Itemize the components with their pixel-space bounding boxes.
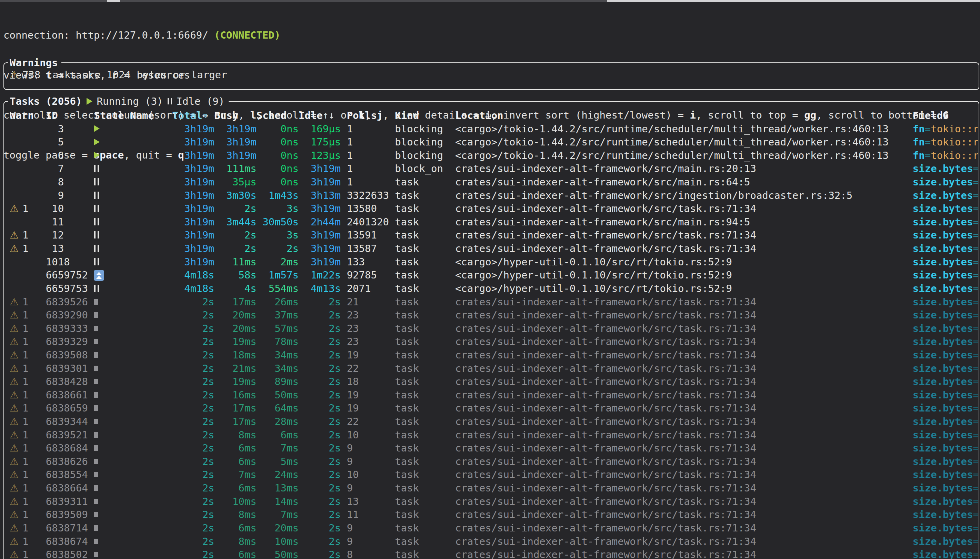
cell-task-id: 6839526 (46, 295, 94, 309)
task-row[interactable]: ⚠168386842s6ms7ms2s9taskcrates/sui-index… (10, 442, 978, 455)
warning-triangle-icon: ⚠ (10, 521, 22, 535)
cell-location: <cargo>/tokio-1.44.2/src/runtime/schedul… (455, 136, 913, 149)
total-value: 3h19m (184, 203, 214, 214)
cell-idle-duration: 2s (299, 455, 341, 468)
col-header-location[interactable]: Location (455, 109, 913, 122)
cell-polls: 22 (347, 415, 395, 428)
field-equals: = (973, 362, 978, 374)
task-row[interactable]: ⚠168395092s8ms7ms2s11taskcrates/sui-inde… (10, 508, 978, 521)
task-row[interactable]: ⚠1 133h19m2s2s3h19m13587taskcrates/sui-i… (10, 242, 978, 255)
cell-kind: task (395, 402, 455, 415)
col-header-id[interactable]: ID (46, 109, 94, 122)
info-text: connection: http://127.0.0.1:6669/ (3, 29, 214, 41)
task-row[interactable]: 63h19m3h19m0ns123µs1blocking<cargo>/toki… (10, 149, 978, 162)
col-header-kind[interactable]: Kind (395, 109, 455, 122)
busy-value: 11ms (232, 256, 257, 268)
task-row[interactable]: ⚠1 103h19m2s3s3h19m13580taskcrates/sui-i… (10, 202, 978, 215)
cell-sched-duration: 57ms (257, 322, 299, 335)
idle-value: 2s (329, 469, 341, 480)
idle-pause-icon (94, 165, 99, 172)
cell-state (94, 428, 130, 442)
cell-idle-duration: 169µs (299, 122, 341, 136)
field-key: size.bytes (913, 296, 973, 308)
cell-state (94, 521, 130, 535)
cell-warn: ⚠1 (10, 402, 46, 415)
completed-icon (94, 459, 98, 464)
task-row[interactable]: ⚠1 123h19m2s3s3h19m13591taskcrates/sui-i… (10, 228, 978, 242)
cell-total-duration: 3h19m (172, 242, 214, 255)
cell-total-duration: 2s (172, 548, 214, 559)
task-row[interactable]: ⚠168385542s7ms24ms2s10taskcrates/sui-ind… (10, 468, 978, 481)
col-header-busy[interactable]: Busy (215, 109, 257, 122)
task-row[interactable]: ⚠168393442s17ms28ms2s22taskcrates/sui-in… (10, 415, 978, 428)
total-value: 2s (202, 349, 215, 361)
task-row[interactable]: ⚠168392902s20ms37ms2s23taskcrates/sui-in… (10, 308, 978, 322)
task-row[interactable]: 33h19m3h19m0ns169µs1blocking<cargo>/toki… (10, 122, 978, 136)
col-header-idle[interactable]: Idle (299, 109, 341, 122)
cell-warn: ⚠1 (10, 308, 46, 322)
task-row[interactable]: 53h19m3h19m0ns175µs1blocking<cargo>/toki… (10, 136, 978, 149)
task-row[interactable]: ⚠168386262s6ms5ms2s9taskcrates/sui-index… (10, 455, 978, 468)
task-row[interactable]: ⚠168386742s8ms10ms2s9taskcrates/sui-inde… (10, 535, 978, 548)
task-row[interactable]: 66597534m18s4s554ms4m13s2071task<cargo>/… (10, 282, 978, 295)
task-row[interactable]: 10183h19m11ms2ms3h19m133task<cargo>/hype… (10, 255, 978, 269)
col-header-polls[interactable]: Polls (347, 109, 395, 122)
task-row[interactable]: ⚠168385022s6ms50ms2s8taskcrates/sui-inde… (10, 548, 978, 559)
cell-task-id: 13 (46, 242, 94, 255)
col-header-fields[interactable]: Fields (913, 109, 978, 122)
sched-value: 13ms (275, 482, 299, 494)
task-row[interactable]: 66597524m18s58s1m57s1m22s92785task<cargo… (10, 268, 978, 282)
cell-kind: blocking (395, 122, 455, 136)
task-row[interactable]: ⚠168393112s10ms14ms2s13taskcrates/sui-in… (10, 495, 978, 508)
task-row[interactable]: 113h19m3m44s30m50s2h44m2401320taskcrates… (10, 215, 978, 229)
total-value: 2s (202, 549, 215, 559)
idle-value: 2s (329, 442, 341, 454)
cell-fields: size.bytes= (913, 442, 978, 455)
col-header-name[interactable]: Name (130, 109, 172, 122)
sched-value: 24ms (275, 469, 299, 480)
sched-value: 0ns (281, 176, 299, 188)
task-row[interactable]: ⚠168386612s16ms50ms2s19taskcrates/sui-in… (10, 389, 978, 402)
cell-location: <cargo>/hyper-util-0.1.10/src/rt/tokio.r… (455, 282, 913, 295)
cell-sched-duration: 7ms (257, 508, 299, 521)
task-row[interactable]: ⚠168386642s6ms13ms2s9taskcrates/sui-inde… (10, 481, 978, 495)
cell-state (94, 308, 130, 322)
cell-task-id: 6838714 (46, 521, 94, 535)
task-row[interactable]: ⚠168384282s19ms89ms2s18taskcrates/sui-in… (10, 375, 978, 389)
cell-kind: task (395, 481, 455, 495)
cell-sched-duration: 554ms (257, 282, 299, 295)
warning-triangle-icon: ⚠ (10, 442, 22, 455)
task-row[interactable]: 83h19m35µs0ns3h19m1taskcrates/sui-indexe… (10, 175, 978, 189)
cell-task-id: 6839301 (46, 362, 94, 375)
warning-item: ⚠738 tasks are 1024 bytes or larger (10, 68, 227, 82)
task-row[interactable]: ⚠168387142s6ms20ms2s9taskcrates/sui-inde… (10, 521, 978, 535)
cell-state (94, 295, 130, 309)
col-header-state[interactable]: State (94, 109, 130, 122)
cell-kind: blocking (395, 136, 455, 149)
task-row[interactable]: ⚠168386592s17ms64ms2s19taskcrates/sui-in… (10, 402, 978, 415)
task-row[interactable]: ⚠168395082s18ms34ms2s19taskcrates/sui-in… (10, 349, 978, 362)
completed-icon (94, 299, 98, 305)
task-row[interactable]: ⚠168393332s20ms57ms2s23taskcrates/sui-in… (10, 322, 978, 335)
cell-polls: 9 (347, 455, 395, 468)
field-equals: = (973, 482, 978, 494)
col-header-total[interactable]: Total▿ (172, 109, 214, 122)
total-value: 3h19m (184, 176, 214, 188)
busy-value: 3h19m (226, 136, 256, 148)
task-row[interactable]: ⚠168395262s17ms26ms2s21taskcrates/sui-in… (10, 295, 978, 309)
task-row[interactable]: ⚠168393292s19ms78ms2s23taskcrates/sui-in… (10, 335, 978, 349)
field-equals: = (973, 243, 978, 254)
col-header-warn[interactable]: Warn (10, 109, 46, 122)
task-row[interactable]: ⚠168395212s8ms6ms2s10taskcrates/sui-inde… (10, 428, 978, 442)
cell-polls: 13591 (347, 228, 395, 242)
cell-fields: size.bytes= (913, 428, 978, 442)
warning-triangle-icon: ⚠ (10, 362, 22, 375)
task-row[interactable]: 73h19m111ms0ns3h19m1block_oncrates/sui-i… (10, 162, 978, 175)
col-header-sched[interactable]: Sched (257, 109, 299, 122)
cell-kind: blocking (395, 149, 455, 162)
task-row[interactable]: 93h19m3m30s1m43s3h13m3322633taskcrates/s… (10, 189, 978, 202)
idle-value: 2s (329, 336, 341, 347)
cell-idle-duration: 3h19m (299, 242, 341, 255)
sched-value: 34ms (275, 362, 299, 374)
task-row[interactable]: ⚠168393012s21ms34ms2s22taskcrates/sui-in… (10, 362, 978, 375)
